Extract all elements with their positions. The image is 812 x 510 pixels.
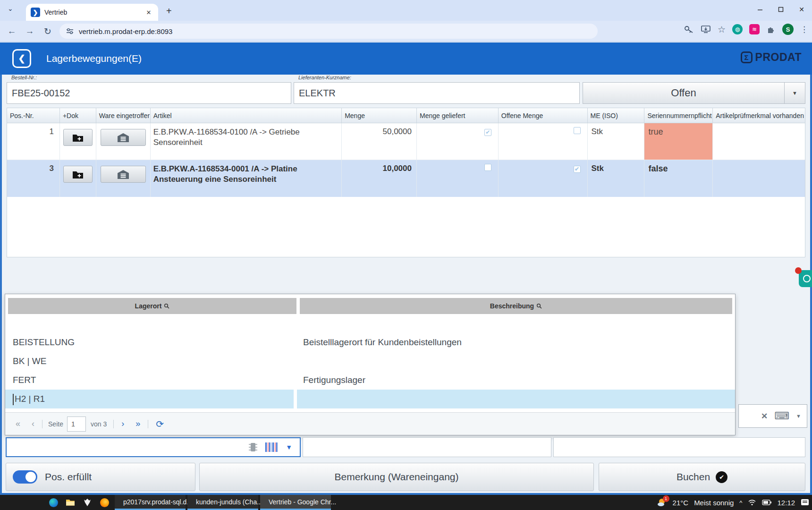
new-tab-button[interactable]: + bbox=[166, 6, 172, 17]
keyboard-icon[interactable]: ⌨ bbox=[774, 410, 789, 422]
pos-erfuellt-toggle-button[interactable]: Pos. erfüllt bbox=[6, 463, 195, 491]
browser-tab[interactable]: ❯ Vertrieb ✕ bbox=[26, 4, 158, 21]
popup-col-beschreibung[interactable]: Beschreibung bbox=[300, 298, 732, 314]
col-menge-geliefert[interactable]: Menge geliefert bbox=[417, 108, 499, 123]
back-chevron-icon: ❮ bbox=[18, 53, 25, 64]
lieferant-input[interactable]: ELEKTR bbox=[294, 82, 580, 104]
cell-me: Stk bbox=[588, 123, 645, 160]
tray-chevron-icon[interactable]: ^ bbox=[739, 499, 742, 506]
weather-icon[interactable]: 1 bbox=[657, 498, 667, 507]
list-item[interactable]: BK | WE bbox=[5, 352, 735, 371]
refresh-icon[interactable]: ⟳ bbox=[150, 418, 169, 430]
buchen-button[interactable]: Buchen ✔ bbox=[599, 463, 805, 491]
buchen-label: Buchen bbox=[677, 471, 710, 483]
page-number-input[interactable] bbox=[67, 416, 86, 432]
taskbar-task-chat[interactable]: kunden-junduls (Cha... bbox=[187, 495, 258, 510]
col-menge[interactable]: Menge bbox=[342, 108, 417, 123]
window-close-button[interactable]: ✕ bbox=[791, 0, 812, 19]
taskbar-task-rdp[interactable]: p2017srv.prodat-sql.d... bbox=[115, 495, 186, 510]
search-icon bbox=[536, 303, 542, 309]
back-button[interactable]: ❮ bbox=[12, 49, 31, 68]
col-pos-nr[interactable]: Pos.-Nr. bbox=[7, 108, 60, 123]
menge-geliefert-checkbox[interactable]: ✔ bbox=[484, 129, 491, 136]
pink-extension-icon[interactable]: ≋ bbox=[749, 24, 760, 34]
list-item[interactable]: BEISTELLUNG Beistelllagerort für Kundenb… bbox=[5, 333, 735, 352]
col-seriennummernpflicht[interactable]: Seriennummernpflicht bbox=[644, 108, 713, 123]
edge-icon[interactable] bbox=[45, 495, 62, 510]
menge-geliefert-checkbox[interactable] bbox=[484, 164, 491, 171]
col-offene-menge[interactable]: Offene Menge bbox=[499, 108, 588, 123]
input-field-middle[interactable] bbox=[303, 437, 551, 457]
bestell-nr-input[interactable]: FBE25-00152 bbox=[7, 82, 291, 104]
screen-capture-bubble[interactable] bbox=[799, 270, 812, 287]
file-explorer-icon[interactable] bbox=[62, 495, 79, 510]
col-ware-eingetroffen[interactable]: Ware eingetroffer bbox=[96, 108, 151, 123]
warehouse-button[interactable] bbox=[101, 129, 146, 146]
folder-plus-icon bbox=[72, 170, 84, 179]
window-minimize-button[interactable] bbox=[750, 0, 770, 19]
brand-name: PRODAT bbox=[755, 51, 802, 64]
col-artikel[interactable]: Artikel bbox=[151, 108, 342, 123]
nav-back-icon[interactable]: ← bbox=[3, 26, 21, 36]
bemerkung-button[interactable]: Bemerkung (Wareneingang) bbox=[199, 463, 594, 491]
page-first-button[interactable]: « bbox=[10, 419, 26, 429]
popup-col-lagerort-label: Lagerort bbox=[135, 302, 162, 310]
nav-forward-icon[interactable]: → bbox=[21, 26, 39, 36]
address-bar[interactable]: vertrieb.m.prodat-erp.de:8093 bbox=[59, 24, 598, 39]
window-maximize-button[interactable] bbox=[770, 0, 791, 19]
cell-seriennummernpflicht: false bbox=[644, 160, 713, 197]
scan-input[interactable]: ▼ bbox=[6, 437, 301, 457]
page-last-button[interactable]: » bbox=[130, 419, 146, 429]
page-next-button[interactable]: › bbox=[116, 419, 130, 429]
tab-close-icon[interactable]: ✕ bbox=[144, 8, 153, 17]
clear-icon[interactable]: ✕ bbox=[761, 411, 768, 421]
weather-temp[interactable]: 21°C bbox=[673, 499, 689, 507]
input-field-right[interactable] bbox=[553, 437, 805, 457]
status-dropdown[interactable]: Offen ▼ bbox=[583, 82, 805, 104]
scan-dropdown-arrow-icon[interactable]: ▼ bbox=[286, 443, 292, 451]
divider bbox=[113, 420, 114, 428]
taskbar-task-chrome[interactable]: Vertrieb - Google Chr... bbox=[260, 495, 331, 510]
col-artikelpruefmerkmal[interactable]: Artikelprüfmerkmal vorhanden bbox=[713, 108, 805, 123]
cell-seriennummernpflicht: true bbox=[644, 123, 713, 160]
clock[interactable]: 12:12 bbox=[777, 499, 795, 507]
profile-avatar[interactable]: S bbox=[782, 24, 794, 35]
list-item-selected[interactable]: H2 | R1 bbox=[5, 390, 735, 408]
table-row-selected[interactable]: 3 E.B.PKW.A-1168534-0001 /A -> Platine A… bbox=[7, 160, 805, 197]
nav-reload-icon[interactable]: ↻ bbox=[39, 26, 57, 37]
extensions-puzzle-icon[interactable] bbox=[766, 25, 776, 34]
bookmark-star-icon[interactable]: ☆ bbox=[718, 24, 726, 35]
site-settings-icon[interactable] bbox=[66, 28, 74, 34]
offene-menge-checkbox[interactable]: ✔ bbox=[574, 166, 581, 173]
cell-artikel: E.B.PKW.A-1168534-0001 /A -> Platine Ans… bbox=[151, 160, 342, 197]
pos-erfuellt-toggle[interactable] bbox=[13, 470, 37, 484]
dok-add-button[interactable] bbox=[63, 129, 93, 146]
notification-center-icon[interactable] bbox=[801, 499, 809, 506]
table-row[interactable]: 1 E.B.PKW.A-1168534-0100 /A -> Getriebe … bbox=[7, 123, 805, 160]
wolf-app-icon[interactable] bbox=[79, 495, 96, 510]
dok-add-button[interactable] bbox=[63, 166, 93, 183]
folder-plus-icon bbox=[72, 133, 84, 142]
page-prev-button[interactable]: ‹ bbox=[26, 419, 40, 429]
passkey-icon[interactable] bbox=[684, 25, 694, 34]
warehouse-button[interactable] bbox=[101, 166, 146, 183]
battery-icon[interactable] bbox=[762, 500, 771, 505]
teal-extension-icon[interactable]: ◍ bbox=[732, 24, 743, 34]
list-item[interactable] bbox=[5, 314, 735, 333]
wifi-icon[interactable] bbox=[748, 499, 756, 506]
col-dok[interactable]: +Dok bbox=[60, 108, 96, 123]
search-icon bbox=[164, 303, 169, 309]
firefox-icon[interactable] bbox=[96, 495, 113, 510]
install-monitor-icon[interactable] bbox=[701, 25, 711, 34]
status-dropdown-arrow-icon[interactable]: ▼ bbox=[784, 83, 805, 103]
task-label: kunden-junduls (Cha... bbox=[196, 498, 262, 506]
list-item[interactable]: FERT Fertigungslager bbox=[5, 371, 735, 390]
col-me-iso[interactable]: ME (ISO) bbox=[588, 108, 645, 123]
keyboard-dropdown-arrow-icon[interactable]: ▼ bbox=[796, 413, 801, 419]
weather-desc[interactable]: Meist sonnig bbox=[694, 499, 734, 507]
cell-menge: 10,0000 bbox=[342, 160, 417, 197]
popup-col-lagerort[interactable]: Lagerort bbox=[8, 298, 296, 314]
tab-search-chevron-icon[interactable]: ⌄ bbox=[8, 5, 13, 12]
kebab-menu-icon[interactable]: ⋮ bbox=[800, 25, 808, 34]
offene-menge-checkbox[interactable] bbox=[574, 127, 581, 134]
